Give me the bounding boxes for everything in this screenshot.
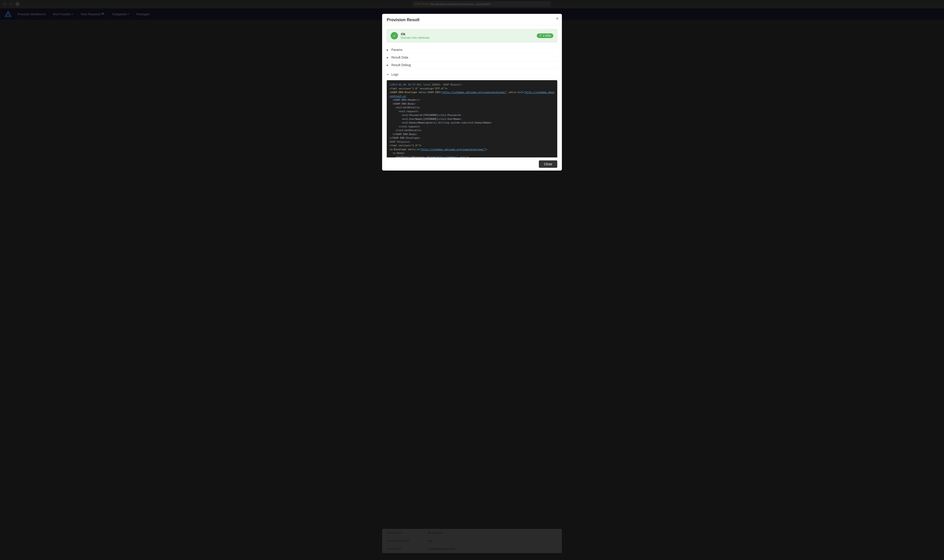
logs-label: Logs	[391, 72, 398, 76]
modal-title: Provision Result	[387, 17, 557, 22]
params-arrow-icon: ▶	[387, 49, 389, 51]
modal-header: Provision Result	[382, 14, 562, 25]
result-data-label: Result Data	[391, 55, 408, 59]
modal-overlay: × Provision Result ✓ Ok Domain info retr…	[0, 0, 944, 560]
status-message: Domain info retrieved	[401, 36, 429, 39]
modal-body: ✓ Ok Domain info retrieved ⏱ 2.929s ▶	[382, 25, 562, 157]
status-ok-label: Ok	[401, 32, 429, 36]
result-debug-section-row[interactable]: ▶ Result Debug	[387, 61, 557, 69]
result-debug-label: Result Debug	[391, 63, 411, 67]
provision-result-modal: × Provision Result ✓ Ok Domain info retr…	[382, 14, 562, 171]
status-check-icon: ✓	[391, 32, 398, 39]
logs-arrow-icon: ▼	[387, 73, 389, 76]
status-banner-left: ✓ Ok Domain info retrieved	[391, 32, 429, 39]
timing-badge: ⏱ 2.929s	[537, 34, 553, 38]
result-data-section-row[interactable]: ▶ Result Data	[387, 54, 557, 61]
logs-section: ▼ Logs [2023-02-06 16:37:04] local.DEBUG…	[387, 71, 557, 157]
logs-content[interactable]: [2023-02-06 16:37:04] local.DEBUG: SOAP …	[387, 80, 557, 157]
params-label: Params	[391, 48, 403, 52]
close-button[interactable]: Close	[539, 160, 557, 168]
log-pre: [2023-02-06 16:37:04] local.DEBUG: SOAP …	[389, 83, 555, 157]
result-debug-arrow-icon: ▶	[387, 64, 389, 66]
timing-value: 2.929s	[543, 34, 551, 37]
main-content: billing.name Mr Contact billing.organisa…	[0, 20, 944, 560]
modal-close-x-button[interactable]: ×	[556, 16, 559, 21]
clock-icon: ⏱	[539, 34, 542, 37]
logs-section-header[interactable]: ▼ Logs	[387, 71, 557, 78]
params-section-row[interactable]: ▶ Params	[387, 46, 557, 54]
modal-footer: Close	[382, 157, 562, 171]
result-data-arrow-icon: ▶	[387, 56, 389, 59]
status-text-group: Ok Domain info retrieved	[401, 32, 429, 39]
status-banner: ✓ Ok Domain info retrieved ⏱ 2.929s	[387, 29, 557, 42]
